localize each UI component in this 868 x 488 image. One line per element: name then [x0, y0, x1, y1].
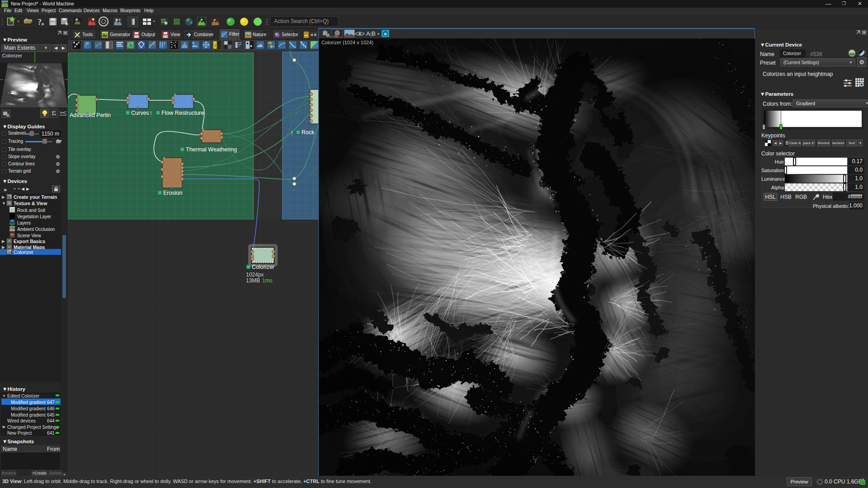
svg-text:13MB: 13MB	[246, 277, 260, 284]
svg-text:Colorizer: Colorizer	[252, 264, 274, 270]
svg-text:?: ?	[38, 18, 42, 27]
svg-text:!: !	[291, 130, 293, 136]
svg-text:!: !	[150, 110, 151, 117]
svg-text:Objn: Objn	[334, 35, 339, 38]
svg-text:Flow Restructure: Flow Restructure	[161, 110, 204, 116]
svg-text:Thermal Weathering: Thermal Weathering	[186, 146, 237, 153]
svg-text:1ms: 1ms	[262, 277, 273, 284]
svg-text:Advanced Perlin: Advanced Perlin	[70, 112, 111, 118]
svg-text:Erosion: Erosion	[163, 190, 182, 196]
svg-text:1024px: 1024px	[246, 272, 264, 278]
svg-text:Curves: Curves	[131, 110, 149, 116]
svg-text:Rock: Rock	[302, 129, 315, 136]
